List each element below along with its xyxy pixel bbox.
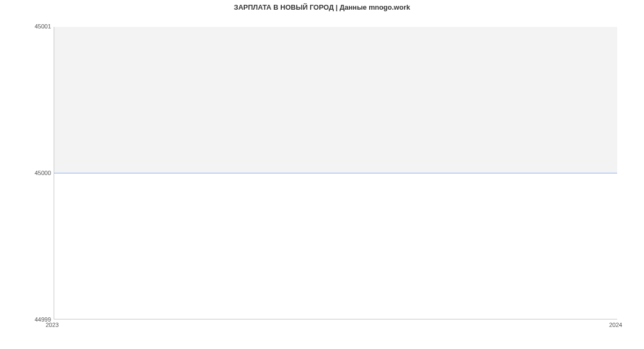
chart-container: ЗАРПЛАТА В НОВЫЙ ГОРОД | Данные mnogo.wo… — [0, 0, 644, 349]
xtick-right: 2024 — [609, 322, 622, 328]
ytick-top: 45001 — [24, 23, 51, 30]
plot-area — [54, 27, 617, 319]
xtick-left: 2023 — [46, 322, 58, 328]
ytick-mid: 45000 — [24, 170, 51, 176]
chart-title: ЗАРПЛАТА В НОВЫЙ ГОРОД | Данные mnogo.wo… — [0, 3, 644, 11]
data-line — [54, 173, 617, 173]
grid-band-top — [54, 27, 617, 173]
